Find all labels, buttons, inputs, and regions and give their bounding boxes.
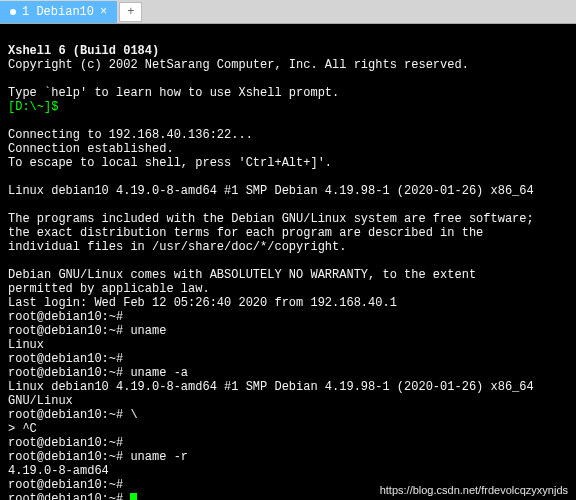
tab-indicator-icon	[10, 9, 16, 15]
tab-label: 1 Debian10	[22, 5, 94, 19]
cursor-icon	[130, 493, 137, 500]
cmd-uname-a: uname -a	[130, 366, 188, 380]
kernel-line: Linux debian10 4.19.0-8-amd64 #1 SMP Deb…	[8, 184, 534, 198]
shell-prompt: root@debian10:~#	[8, 450, 123, 464]
motd-line-2: the exact distribution terms for each pr…	[8, 226, 483, 240]
shell-prompt: root@debian10:~#	[8, 436, 123, 450]
new-tab-button[interactable]: +	[119, 2, 142, 22]
shell-prompt: root@debian10:~#	[8, 366, 123, 380]
plus-icon: +	[127, 5, 134, 19]
output-uname-a: Linux debian10 4.19.0-8-amd64 #1 SMP Deb…	[8, 380, 541, 408]
tab-debian10[interactable]: 1 Debian10 ×	[0, 1, 117, 23]
watermark-text: https://blog.csdn.net/frdevolcqzyxynjds	[380, 484, 568, 496]
terminal-output[interactable]: Xshell 6 (Build 0184) Copyright (c) 2002…	[0, 24, 576, 500]
shell-prompt: root@debian10:~#	[8, 408, 123, 422]
shell-prompt: root@debian10:~#	[8, 324, 123, 338]
shell-prompt: root@debian10:~#	[8, 478, 123, 492]
output-uname: Linux	[8, 338, 44, 352]
continuation-backslash: \	[130, 408, 137, 422]
established-line: Connection established.	[8, 142, 174, 156]
warranty-line-2: permitted by applicable law.	[8, 282, 210, 296]
local-prompt: [D:\~]$	[8, 100, 58, 114]
shell-prompt: root@debian10:~#	[8, 492, 123, 500]
continuation-prompt: > ^C	[8, 422, 37, 436]
escape-hint: To escape to local shell, press 'Ctrl+Al…	[8, 156, 332, 170]
motd-line-3: individual files in /usr/share/doc/*/cop…	[8, 240, 346, 254]
motd-line-1: The programs included with the Debian GN…	[8, 212, 534, 226]
close-icon[interactable]: ×	[100, 5, 107, 19]
tab-bar: 1 Debian10 × +	[0, 0, 576, 24]
last-login-line: Last login: Wed Feb 12 05:26:40 2020 fro…	[8, 296, 397, 310]
warranty-line-1: Debian GNU/Linux comes with ABSOLUTELY N…	[8, 268, 476, 282]
connecting-line: Connecting to 192.168.40.136:22...	[8, 128, 253, 142]
output-uname-r: 4.19.0-8-amd64	[8, 464, 109, 478]
app-title: Xshell 6 (Build 0184)	[8, 44, 159, 58]
copyright-line: Copyright (c) 2002 NetSarang Computer, I…	[8, 58, 469, 72]
shell-prompt: root@debian10:~#	[8, 352, 123, 366]
cmd-uname: uname	[130, 324, 166, 338]
cmd-uname-r: uname -r	[130, 450, 188, 464]
shell-prompt: root@debian10:~#	[8, 310, 123, 324]
help-hint: Type `help' to learn how to use Xshell p…	[8, 86, 339, 100]
